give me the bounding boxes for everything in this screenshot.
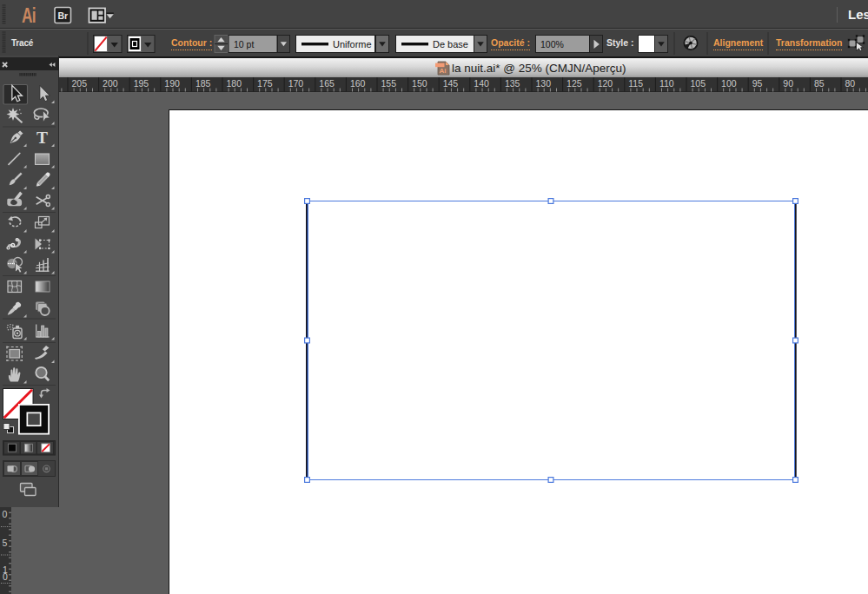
svg-text:0: 0 (3, 571, 8, 582)
svg-text:115: 115 (628, 78, 643, 89)
svg-text:5: 5 (3, 538, 8, 548)
svg-text:80: 80 (845, 78, 856, 89)
svg-text:200: 200 (103, 78, 118, 89)
svg-text:105: 105 (691, 78, 706, 89)
svg-text:205: 205 (72, 78, 88, 89)
svg-text:195: 195 (134, 78, 149, 89)
svg-text:95: 95 (752, 78, 763, 89)
svg-text:180: 180 (227, 78, 242, 89)
svg-text:125: 125 (567, 78, 582, 89)
svg-text:155: 155 (381, 78, 397, 89)
svg-text:100: 100 (721, 78, 737, 89)
svg-text:130: 130 (536, 78, 552, 89)
svg-text:145: 145 (443, 78, 459, 89)
svg-text:185: 185 (195, 78, 211, 89)
svg-text:175: 175 (257, 78, 273, 89)
svg-text:140: 140 (474, 78, 489, 89)
svg-text:120: 120 (598, 78, 613, 89)
svg-text:135: 135 (505, 78, 520, 89)
svg-text:170: 170 (288, 78, 304, 89)
svg-text:165: 165 (319, 78, 335, 89)
svg-text:90: 90 (783, 78, 793, 89)
svg-text:85: 85 (814, 78, 825, 89)
svg-text:110: 110 (659, 78, 674, 89)
svg-text:T: T (36, 129, 48, 147)
svg-text:Ai: Ai (440, 67, 447, 75)
svg-text:190: 190 (164, 78, 180, 89)
svg-text:0: 0 (3, 509, 8, 519)
svg-text:160: 160 (350, 78, 366, 89)
svg-text:150: 150 (412, 78, 427, 89)
